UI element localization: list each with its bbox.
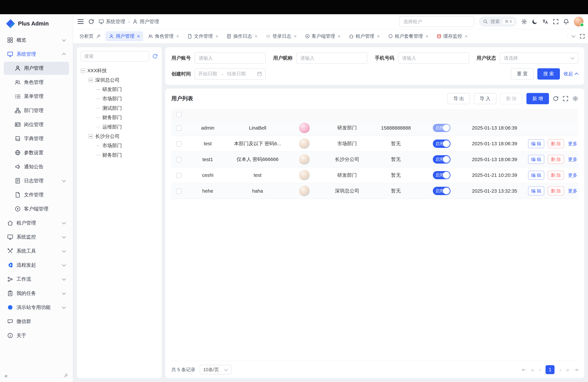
refresh-icon[interactable] xyxy=(88,19,94,25)
breadcrumb-item[interactable]: 用户管理 xyxy=(132,18,159,25)
column-settings-gear-icon[interactable] xyxy=(572,96,578,102)
row-checkbox[interactable] xyxy=(176,141,181,147)
page-size-select[interactable]: 10条/页 xyxy=(200,365,231,375)
row-checkbox[interactable] xyxy=(176,189,181,194)
user-avatar[interactable] xyxy=(574,17,584,26)
tree-node[interactable]: 深圳总公司 xyxy=(81,75,158,85)
pin-icon[interactable] xyxy=(63,373,68,378)
row-checkbox[interactable] xyxy=(176,173,181,178)
sidebar-item[interactable]: 文件管理 xyxy=(4,188,69,201)
prev-page-button[interactable]: ‹ xyxy=(539,367,541,372)
reset-button[interactable]: 重 置 xyxy=(511,68,533,80)
sidebar-item[interactable]: 微信群 xyxy=(4,315,69,328)
tree-search-input[interactable] xyxy=(81,51,149,62)
tab-pin-icon[interactable] xyxy=(96,34,101,39)
delete-button[interactable]: 删 除 xyxy=(548,186,564,195)
sidebar-item[interactable]: 字典管理 xyxy=(4,132,69,145)
sidebar-item[interactable]: 岗位管理 xyxy=(4,118,69,131)
status-select[interactable]: 请选择 xyxy=(500,52,578,64)
delete-button[interactable]: 删 除 xyxy=(548,155,564,164)
tab-close-icon[interactable]: × xyxy=(294,34,297,39)
tree-node[interactable]: 财务部门 xyxy=(81,150,158,160)
global-search-button[interactable]: 搜索 ⌘ K xyxy=(479,16,517,27)
sidebar-collapse-button[interactable]: « xyxy=(5,373,8,378)
prev-pages-button[interactable]: « xyxy=(531,367,534,372)
sidebar-item[interactable]: 系统管理 xyxy=(4,48,69,61)
app-logo[interactable]: Plus Admin xyxy=(0,14,73,31)
status-switch[interactable]: 启用 xyxy=(433,187,450,195)
tab[interactable]: 客户端管理 × xyxy=(301,31,344,41)
edit-button[interactable]: 编 辑 xyxy=(528,186,544,195)
row-checkbox[interactable] xyxy=(176,126,181,131)
table-row[interactable]: ceshi test 研发部门 暂无 启用 xyxy=(171,167,578,183)
first-page-button[interactable]: ⇤ xyxy=(522,367,526,372)
sidebar-item[interactable]: 通知公告 xyxy=(4,160,69,173)
tree-node[interactable]: 研发部门 xyxy=(81,85,158,94)
sidebar-item[interactable]: 系统监控 xyxy=(4,231,69,244)
table-row[interactable]: hehe haha 深圳总公司 暂无 启用 xyxy=(171,183,578,199)
import-button[interactable]: 导 入 xyxy=(474,93,496,104)
dark-mode-moon-icon[interactable] xyxy=(532,19,538,25)
tenant-select-input[interactable] xyxy=(399,16,474,27)
tabs-dropdown-chevron-icon[interactable] xyxy=(571,34,575,38)
notification-bell-icon[interactable] xyxy=(563,19,569,25)
sidebar-item[interactable]: 我的任务 xyxy=(4,287,69,300)
collapse-filters-link[interactable]: 收起 xyxy=(564,71,578,77)
more-link[interactable]: 更多 xyxy=(568,141,577,146)
table-row[interactable]: test 本部门及以下 密码6... 市场部门 暂无 启用 xyxy=(171,136,578,151)
table-row[interactable]: test1 仅本人 密码666666 长沙分公司 暂无 启用 xyxy=(171,151,578,167)
row-checkbox[interactable] xyxy=(176,157,181,162)
tab[interactable]: 操作日志 × xyxy=(223,31,261,41)
tree-expander-icon[interactable] xyxy=(81,68,85,73)
tree-node[interactable]: 市场部门 xyxy=(81,94,158,104)
sidebar-item[interactable]: 关于 xyxy=(4,329,69,342)
batch-delete-button[interactable]: 删 除 xyxy=(500,93,523,104)
tab[interactable]: 分析页 xyxy=(76,31,104,41)
content-fullscreen-icon[interactable] xyxy=(580,34,585,39)
sidebar-item[interactable]: 流程发起 xyxy=(4,259,69,272)
tab[interactable]: 角色管理 × xyxy=(145,31,182,41)
sidebar-item[interactable]: 系统工具 xyxy=(4,245,69,258)
table-fullscreen-icon[interactable] xyxy=(563,96,568,102)
status-switch[interactable]: 启用 xyxy=(433,171,450,179)
sidebar-item[interactable]: 租户管理 xyxy=(4,216,69,229)
search-button[interactable]: 搜 索 xyxy=(537,68,560,80)
sidebar-item[interactable]: 角色管理 xyxy=(4,76,69,89)
tab[interactable]: 缓存监控 × xyxy=(433,31,471,41)
tree-expander-icon[interactable] xyxy=(88,134,93,139)
tree-node[interactable]: 运维部门 xyxy=(81,122,158,131)
tree-node[interactable]: 长沙分公司 xyxy=(81,132,158,141)
edit-button[interactable]: 编 辑 xyxy=(528,155,544,164)
export-button[interactable]: 导 出 xyxy=(447,93,470,104)
add-button[interactable]: 新 增 xyxy=(526,93,549,104)
status-switch[interactable]: 启用 xyxy=(433,140,450,148)
tree-node[interactable]: 测试部门 xyxy=(81,104,158,113)
tab-close-icon[interactable]: × xyxy=(377,34,380,39)
language-translate-icon[interactable] xyxy=(542,19,548,25)
tab[interactable]: 租户套餐管理 × xyxy=(385,31,432,41)
next-pages-button[interactable]: » xyxy=(566,367,569,372)
tab[interactable]: 文件管理 × xyxy=(184,31,222,41)
edit-button[interactable]: 编 辑 xyxy=(528,171,544,180)
account-input[interactable] xyxy=(194,52,266,64)
current-page-button[interactable]: 1 xyxy=(546,365,554,374)
tab-close-icon[interactable]: × xyxy=(215,34,218,39)
settings-gear-icon[interactable] xyxy=(521,19,527,25)
nickname-input[interactable] xyxy=(296,52,367,64)
sidebar-item[interactable]: 用户管理 xyxy=(4,62,69,75)
status-switch[interactable]: 启用 xyxy=(433,155,450,164)
hamburger-menu-icon[interactable] xyxy=(78,19,84,24)
tree-expander-icon[interactable] xyxy=(88,78,93,82)
last-page-button[interactable]: ⇥ xyxy=(574,367,578,372)
sidebar-item[interactable]: 客户端管理 xyxy=(4,202,69,215)
sidebar-item[interactable]: 日志管理 xyxy=(4,174,69,187)
tab-close-icon[interactable]: × xyxy=(425,34,428,39)
date-range-picker[interactable]: 开始日期 → 结束日期 xyxy=(194,68,266,80)
tree-node[interactable]: 财务部门 xyxy=(81,113,158,122)
status-switch[interactable]: 启用 xyxy=(433,124,450,132)
tree-refresh-icon[interactable] xyxy=(152,53,158,59)
tab[interactable]: 登录日志 × xyxy=(262,31,300,41)
more-link[interactable]: 更多 xyxy=(568,188,577,193)
sidebar-item[interactable]: 参数设置 xyxy=(4,146,69,159)
breadcrumb-item[interactable]: 系统管理 › xyxy=(99,18,130,25)
